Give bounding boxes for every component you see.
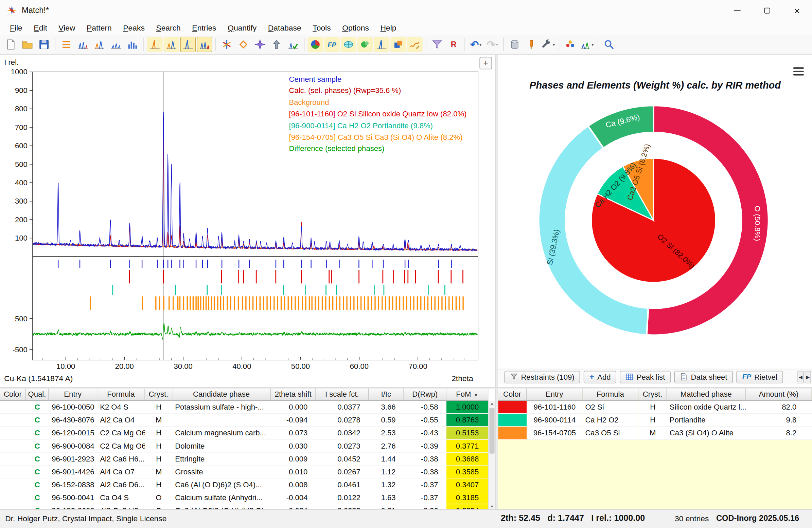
tab-peak-list[interactable]: Peak list — [620, 371, 671, 383]
diffraction-plot[interactable]: 1000900800700600500400300200100500-50010… — [0, 55, 495, 387]
table-row[interactable]: C96-500-0041Ca O4 SOCalcium sulfate (Anh… — [0, 491, 495, 504]
column-header-qual-[interactable]: Qual. — [26, 389, 48, 401]
fp-icon[interactable]: FP — [324, 37, 340, 52]
scroll-up-icon[interactable]: ▲ — [489, 402, 495, 406]
column-header-matched-phase[interactable]: Matched phase — [667, 389, 746, 401]
peak-search-icon[interactable] — [219, 37, 235, 52]
peak-fit-icon[interactable] — [92, 37, 107, 52]
restraints-icon[interactable]: R — [446, 37, 461, 52]
entry-list-icon[interactable] — [58, 37, 74, 52]
undo-icon[interactable]: ↶▾ — [468, 37, 484, 52]
fom-value: 0.3771 — [447, 440, 488, 453]
reference-database-icon[interactable] — [524, 37, 539, 52]
periodic-table-icon[interactable] — [358, 37, 373, 52]
pattern-icon[interactable] — [75, 37, 91, 52]
menu-view[interactable]: View — [53, 21, 81, 35]
column-header-2theta-shift[interactable]: 2theta shift — [271, 389, 316, 401]
select-peaks-icon[interactable] — [285, 37, 301, 52]
tab-restraints[interactable]: Restraints (109) — [505, 371, 580, 383]
peak-editing-icon[interactable] — [252, 37, 268, 52]
table-row[interactable]: C96-152-0838Al2 Ca6 D6...HCa6 (Al (O D)6… — [0, 479, 495, 491]
strip-ka2-icon[interactable] — [164, 37, 179, 52]
calculated-pattern-icon[interactable] — [374, 37, 389, 52]
window-close-button[interactable]: × — [782, 0, 812, 21]
table-row[interactable]: C96-901-4426Al4 Ca O7MGrossite0.0100.026… — [0, 466, 495, 479]
phase-colors-icon[interactable] — [307, 37, 323, 52]
table-row[interactable]: C96-100-0050K2 O4 SHPotassium sulfate - … — [0, 401, 495, 414]
table-row[interactable]: C96-153-0605Al3 Ca2 H3...OCa2 (Al O2)3 (… — [0, 504, 495, 509]
chart-view-icon[interactable]: ▾ — [579, 37, 595, 52]
signature-icon[interactable] — [407, 37, 423, 52]
tab-scroll-right-button[interactable]: ▶ — [805, 371, 811, 383]
tab-add[interactable]: + Add — [584, 371, 616, 383]
tab-rietveld[interactable]: FP Rietvel — [737, 371, 783, 383]
table-row[interactable]: 96-900-0114Ca H2 O2HPortlandite9.8 — [498, 414, 812, 426]
column-header-formula[interactable]: Formula — [98, 389, 145, 401]
menu-entries[interactable]: Entries — [187, 21, 222, 35]
profile-icon[interactable] — [108, 37, 124, 52]
svg-text:50.00: 50.00 — [291, 362, 310, 371]
pie-chart-panel[interactable]: Phases and Elements (Weight %) calc. by … — [498, 55, 812, 369]
options-icon[interactable] — [562, 37, 578, 52]
menu-file[interactable]: File — [4, 21, 28, 35]
column-header-cryst-[interactable]: Cryst. — [145, 389, 173, 401]
import-peaks-icon[interactable] — [269, 37, 284, 52]
menu-options[interactable]: Options — [336, 21, 374, 35]
column-header-entry[interactable]: Entry — [48, 389, 97, 401]
table-row[interactable]: 96-101-1160O2 SiHSilicon oxide Quartz l.… — [498, 401, 812, 414]
menu-peaks[interactable]: Peaks — [118, 21, 150, 35]
redo-icon[interactable]: ↷▾ — [485, 37, 501, 52]
tables-splitter[interactable] — [495, 389, 498, 510]
profile-fitting-icon[interactable] — [236, 37, 251, 52]
column-header-color[interactable]: Color — [498, 389, 527, 401]
column-header-amount-[interactable]: Amount (%) — [746, 389, 812, 401]
menu-quantify[interactable]: Quantify — [222, 21, 262, 35]
new-file-icon[interactable] — [3, 37, 19, 52]
database-icon[interactable] — [507, 37, 523, 52]
open-icon[interactable] — [20, 37, 35, 52]
vertical-splitter[interactable] — [495, 55, 498, 387]
menu-pattern[interactable]: Pattern — [81, 21, 117, 35]
column-header-cryst-[interactable]: Cryst. — [638, 389, 667, 401]
filter-icon[interactable] — [430, 37, 445, 52]
column-header-color[interactable]: Color — [0, 389, 26, 401]
unit-cell-icon[interactable] — [390, 37, 406, 52]
menu-database[interactable]: Database — [262, 21, 307, 35]
histogram-icon[interactable] — [125, 37, 140, 52]
tab-data-sheet[interactable]: Data sheet — [675, 371, 733, 383]
column-header-fom[interactable]: FoM▼ — [447, 389, 488, 401]
menu-tools[interactable]: Tools — [307, 21, 336, 35]
candidate-table[interactable]: ColorQual.EntryFormulaCryst.Candidate ph… — [0, 389, 495, 510]
data-cell: -0.37 — [404, 479, 447, 491]
tab-scroll-left-button[interactable]: ◀ — [797, 371, 803, 383]
table-row[interactable]: C96-120-0015C2 Ca Mg O6HCalcium magnesiu… — [0, 426, 495, 439]
column-header-d-rwp-[interactable]: D(Rwp) — [404, 389, 447, 401]
correction-icon[interactable] — [197, 37, 212, 52]
online-database-icon[interactable] — [341, 37, 357, 52]
scroll-down-icon[interactable]: ▼ — [489, 504, 495, 509]
menu-help[interactable]: Help — [375, 21, 402, 35]
table-row[interactable]: C96-900-0084C2 Ca Mg O6HDolomite0.0300.0… — [0, 440, 495, 453]
table-row[interactable]: 96-154-0705Ca3 O5 SiMCa3 (Si O4) O Alite… — [498, 426, 812, 439]
column-header-formula[interactable]: Formula — [583, 389, 639, 401]
column-header-entry[interactable]: Entry — [527, 389, 583, 401]
window-maximize-button[interactable] — [752, 0, 782, 21]
candidate-table-scrollbar[interactable]: ▲ ▼ — [488, 401, 495, 509]
column-header-i-scale-fct-[interactable]: I scale fct. — [316, 389, 368, 401]
panel-menu-icon[interactable] — [793, 67, 803, 77]
window-minimize-button[interactable] — [722, 0, 752, 21]
plot-zoom-button[interactable]: + — [479, 57, 492, 70]
column-header-candidate-phase[interactable]: Candidate phase — [173, 389, 271, 401]
background-icon[interactable] — [147, 37, 163, 52]
smooth-icon[interactable] — [180, 37, 196, 52]
save-icon[interactable] — [37, 37, 52, 52]
tools-icon[interactable]: ▾ — [540, 37, 556, 52]
menu-edit[interactable]: Edit — [28, 21, 53, 35]
column-header-i-ic[interactable]: I/Ic — [368, 389, 404, 401]
matched-phases-table[interactable]: ColorEntryFormulaCryst.Matched phaseAmou… — [498, 389, 812, 510]
search-zoom-icon[interactable] — [601, 37, 617, 52]
scrollbar-thumb[interactable] — [489, 408, 494, 454]
table-row[interactable]: C96-430-8076Al2 Ca O4M-0.0940.02780.59-0… — [0, 414, 495, 426]
table-row[interactable]: C96-901-2923Al2 Ca6 H6...HEttringite0.00… — [0, 453, 495, 466]
menu-search[interactable]: Search — [150, 21, 187, 35]
